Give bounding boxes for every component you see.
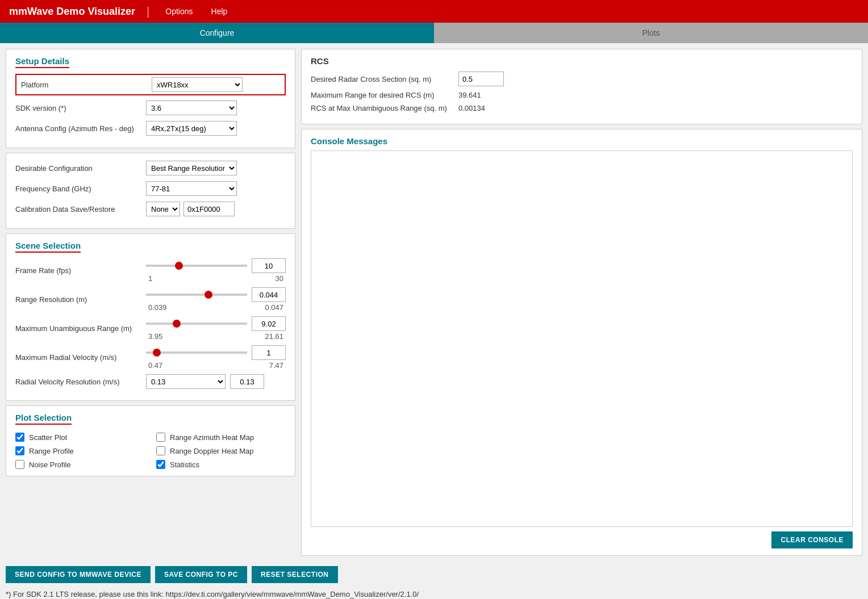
range-profile-label: Range Profile (29, 447, 74, 455)
left-panel: Setup Details Platform xWR18xx xWR16xx x… (6, 49, 295, 556)
antenna-label: Antenna Config (Azimuth Res - deg) (15, 124, 146, 133)
calib-row: Calibration Data Save/Restore None Save … (15, 201, 286, 217)
menu-options[interactable]: Options (161, 5, 197, 18)
max-range-slider[interactable] (146, 322, 247, 325)
range-res-row: Range Resolution (m) 0.039 0.047 (15, 287, 286, 312)
frame-rate-slider[interactable] (146, 265, 247, 267)
noise-profile-row: Noise Profile (15, 460, 145, 469)
max-range-rcs-row: Maximum Range for desired RCS (m) 39.641 (311, 91, 853, 99)
right-panel: RCS Desired Radar Cross Section (sq. m) … (301, 49, 862, 556)
scatter-plot-label: Scatter Plot (29, 433, 67, 442)
range-profile-row: Range Profile (15, 446, 145, 455)
reset-button[interactable]: RESET SELECTION (252, 566, 338, 583)
rad-vel-select[interactable]: 0.13 0.26 (146, 374, 226, 389)
setup-section-title: Setup Details (15, 56, 69, 68)
max-range-max: 21.61 (265, 332, 283, 341)
footer-text: *) For SDK 2.1 LTS release, please use t… (6, 590, 419, 598)
max-range-label: Maximum Unambiguous Range (m) (15, 324, 146, 333)
range-res-track (146, 287, 286, 302)
range-res-value[interactable] (252, 287, 286, 302)
topbar-divider: | (147, 5, 149, 18)
max-range-rcs-label: Maximum Range for desired RCS (m) (311, 91, 458, 99)
footer-note: *) For SDK 2.1 LTS release, please use t… (0, 588, 868, 599)
range-profile-checkbox[interactable] (15, 446, 24, 455)
rad-vel-controls: 0.13 0.26 (146, 374, 264, 389)
main-content: Setup Details Platform xWR18xx xWR16xx x… (0, 43, 868, 562)
frame-rate-range-labels: 1 30 (146, 274, 286, 283)
sdk-label: SDK version (*) (15, 104, 146, 112)
max-range-min: 3.95 (148, 332, 162, 341)
rcs-at-max-label: RCS at Max Unambiguous Range (sq. m) (311, 104, 458, 112)
max-vel-slider-container: 0.47 7.47 (146, 345, 286, 370)
scatter-plot-checkbox[interactable] (15, 433, 24, 442)
max-vel-max: 7.47 (269, 361, 283, 370)
max-vel-min: 0.47 (148, 361, 162, 370)
app-title: mmWave Demo Visualizer (9, 6, 135, 18)
range-res-slider[interactable] (146, 294, 247, 296)
sdk-select[interactable]: 3.6 3.5 (146, 100, 237, 115)
frame-rate-value[interactable] (252, 258, 286, 273)
scene-section-title: Scene Selection (15, 241, 81, 253)
console-area (311, 150, 853, 527)
config-card: Desirable Configuration Best Range Resol… (6, 153, 295, 229)
calib-select[interactable]: None Save Restore (146, 202, 180, 216)
max-range-slider-container: 3.95 21.61 (146, 316, 286, 341)
calib-hex-input[interactable]: 0x1F0000 (183, 202, 235, 216)
range-res-max: 0.047 (265, 303, 283, 312)
range-doppler-row: Range Doppler Heat Map (156, 446, 286, 455)
calib-label: Calibration Data Save/Restore (15, 205, 146, 213)
max-vel-range-labels: 0.47 7.47 (146, 361, 286, 370)
plot-selection-card: Plot Selection Scatter Plot Range Azimut… (6, 405, 295, 476)
noise-profile-label: Noise Profile (29, 460, 71, 469)
send-config-button[interactable]: SEND CONFIG TO MMWAVE DEVICE (6, 566, 151, 583)
freq-select[interactable]: 77-81 76-77 (146, 181, 237, 196)
range-res-slider-container: 0.039 0.047 (146, 287, 286, 312)
rad-vel-display[interactable] (230, 374, 264, 389)
save-config-button[interactable]: SAVE CONFIG TO PC (155, 566, 247, 583)
max-vel-value[interactable] (252, 345, 286, 360)
antenna-row: Antenna Config (Azimuth Res - deg) 4Rx,2… (15, 120, 286, 136)
desirable-label: Desirable Configuration (15, 164, 146, 173)
console-btn-row: CLEAR CONSOLE (311, 531, 853, 548)
desired-rcs-input[interactable] (458, 72, 504, 86)
antenna-select[interactable]: 4Rx,2Tx(15 deg) 4Rx,1Tx(30 deg) (146, 121, 237, 136)
calib-controls: None Save Restore 0x1F0000 (146, 202, 235, 216)
frame-rate-slider-container: 1 30 (146, 258, 286, 283)
max-range-rcs-value: 39.641 (458, 91, 481, 99)
rcs-at-max-value: 0.00134 (458, 104, 485, 112)
platform-select[interactable]: xWR18xx xWR16xx xWR14xx (152, 77, 243, 92)
rad-vel-label: Radial Velocity Resolution (m/s) (15, 378, 146, 386)
platform-row: Platform xWR18xx xWR16xx xWR14xx (15, 74, 286, 95)
range-doppler-checkbox[interactable] (156, 446, 165, 455)
desired-rcs-row: Desired Radar Cross Section (sq. m) (311, 72, 853, 86)
scene-selection-card: Scene Selection Frame Rate (fps) 1 30 (6, 233, 295, 401)
topbar-menu: Options Help (161, 5, 232, 18)
max-vel-slider[interactable] (146, 351, 247, 354)
plot-section-title: Plot Selection (15, 413, 72, 425)
desired-rcs-label: Desired Radar Cross Section (sq. m) (311, 75, 458, 83)
range-azimuth-checkbox[interactable] (156, 433, 165, 442)
tab-plots[interactable]: Plots (434, 23, 868, 43)
max-vel-row: Maximum Radial Velocity (m/s) 0.47 7.47 (15, 345, 286, 370)
range-res-range-labels: 0.039 0.047 (146, 303, 286, 312)
desirable-select[interactable]: Best Range Resolution Best Velocity Reso… (146, 161, 237, 175)
range-res-label: Range Resolution (m) (15, 295, 146, 304)
menu-help[interactable]: Help (207, 5, 232, 18)
frame-rate-track (146, 258, 286, 273)
console-title: Console Messages (311, 136, 853, 146)
max-range-range-labels: 3.95 21.61 (146, 332, 286, 341)
desirable-row: Desirable Configuration Best Range Resol… (15, 160, 286, 176)
plot-selection-grid: Scatter Plot Range Azimuth Heat Map Rang… (15, 433, 286, 469)
max-range-value[interactable] (252, 316, 286, 331)
rcs-card: RCS Desired Radar Cross Section (sq. m) … (301, 49, 862, 124)
rcs-at-max-row: RCS at Max Unambiguous Range (sq. m) 0.0… (311, 104, 853, 112)
clear-console-button[interactable]: CLEAR CONSOLE (771, 531, 853, 548)
tab-configure[interactable]: Configure (0, 23, 434, 43)
statistics-checkbox[interactable] (156, 460, 165, 469)
noise-profile-checkbox[interactable] (15, 460, 24, 469)
freq-label: Frequency Band (GHz) (15, 185, 146, 193)
max-vel-track (146, 345, 286, 360)
statistics-label: Statistics (170, 460, 199, 469)
rcs-title: RCS (311, 56, 853, 66)
range-azimuth-label: Range Azimuth Heat Map (170, 433, 254, 442)
